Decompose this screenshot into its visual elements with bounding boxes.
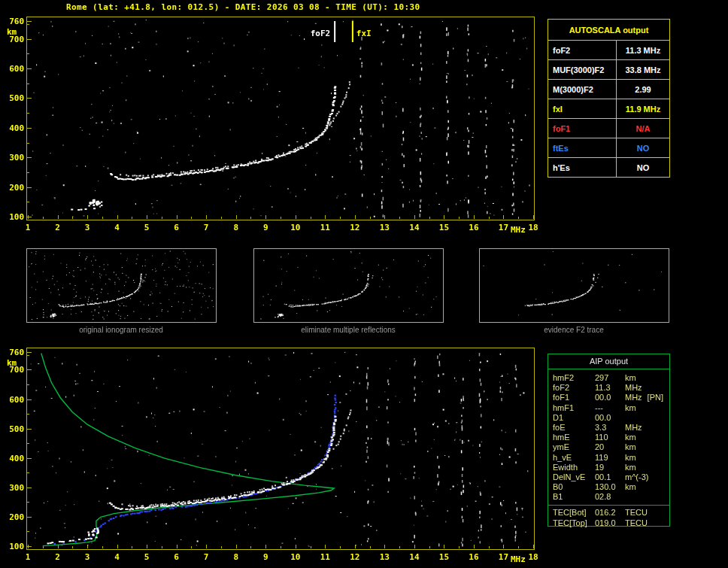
aip-row: B0130.0km <box>548 482 669 492</box>
aip-param-unit: km <box>625 463 636 472</box>
aip-param-label: hmF1 <box>553 403 595 413</box>
aip-param-unit: TECU <box>625 518 648 528</box>
autoscala-param-value: 11.9 MHz <box>617 99 670 119</box>
aip-row: DelN_vE00.1m^(-3) <box>548 472 669 482</box>
aip-row: foF100.0MHz[PN] <box>548 393 669 402</box>
aip-row: TEC[Bot]016.2TECU <box>548 508 669 518</box>
autoscala-param-label: M(3000)F2 <box>548 80 617 99</box>
aip-param-unit: km <box>625 453 636 463</box>
aip-param-label: TEC[Bot] <box>553 508 595 518</box>
aip-param-label: Ewidth <box>553 463 595 472</box>
aip-param-value: 3.3 <box>595 423 625 433</box>
aip-table-title: AIP output <box>548 354 669 369</box>
aip-param-label: foE <box>553 423 595 433</box>
autoscala-param-label: fxI <box>548 99 617 119</box>
aip-param-value: 119 <box>595 453 625 463</box>
autoscala-param-value: NO <box>617 138 670 158</box>
aip-param-note: [PN] <box>648 393 669 402</box>
aip-param-value: --- <box>595 403 625 413</box>
autoscala-row: h'EsNO <box>548 158 670 178</box>
aip-param-unit: km <box>625 373 636 383</box>
aip-param-label: foF2 <box>553 383 595 393</box>
autoscala-param-value: 11.3 MHz <box>617 41 670 60</box>
aip-param-unit: MHz <box>625 393 642 402</box>
aip-param-value: 19 <box>595 463 625 472</box>
autoscala-param-label: h'Es <box>548 158 617 178</box>
aip-param-unit: MHz <box>625 423 642 433</box>
aip-param-value: 02.8 <box>595 492 625 502</box>
aip-param-unit: km <box>625 433 636 442</box>
autoscala-row: ftEsNO <box>548 138 670 158</box>
aip-tec-rows: TEC[Bot]016.2TECUTEC[Top]019.0TECU <box>548 505 669 527</box>
aip-param-label: hmE <box>553 433 595 442</box>
autoscala-row: MUF(3000)F233.8 MHz <box>548 60 670 80</box>
autoscala-param-label: foF2 <box>548 41 617 60</box>
autoscala-row: fxI11.9 MHz <box>548 99 670 119</box>
aip-param-label: D1 <box>553 413 595 423</box>
autoscala-param-label: foF1 <box>548 119 617 138</box>
aip-param-value: 00.0 <box>595 393 625 402</box>
aip-param-unit: MHz <box>625 383 642 393</box>
autoscala-param-value: N/A <box>617 119 670 138</box>
aip-param-value: 00.0 <box>595 413 625 423</box>
aip-param-label: B0 <box>553 482 595 492</box>
aip-param-label: DelN_vE <box>553 472 595 482</box>
aip-row: D100.0 <box>548 413 669 423</box>
panel-caption-eliminate-reflections: eliminate multiple reflections <box>253 326 443 334</box>
station-date-time-title: Rome (lat: +41.8, lon: 012.5) - DATE: 20… <box>66 2 420 12</box>
aip-param-unit: km <box>625 482 636 492</box>
autoscala-table-body: foF211.3 MHzMUF(3000)F233.8 MHzM(3000)F2… <box>548 41 670 178</box>
aip-param-value: 019.0 <box>595 518 625 528</box>
autoscala-param-value: 33.8 MHz <box>617 60 670 80</box>
aip-row: foE3.3MHz <box>548 423 669 433</box>
aip-param-unit: km <box>625 403 636 413</box>
aip-param-label: TEC[Top] <box>553 518 595 528</box>
autoscala-param-value: 2.99 <box>617 80 670 99</box>
aip-param-unit: km <box>625 442 636 452</box>
aip-output-table: AIP output hmF2297kmfoF211.3MHzfoF100.0M… <box>548 354 670 527</box>
aip-param-value: 11.3 <box>595 383 625 393</box>
autoscala-row: foF1N/A <box>548 119 670 138</box>
autoscala-table-title: AUTOSCALA output <box>548 20 670 41</box>
autoscala-output-table: AUTOSCALA output foF211.3 MHzMUF(3000)F2… <box>548 19 670 178</box>
aip-param-label: h_vE <box>553 453 595 463</box>
aip-param-label: foF1 <box>553 393 595 402</box>
aip-param-value: 130.0 <box>595 482 625 492</box>
panel-caption-evidence-f2: evidence F2 trace <box>479 326 669 334</box>
aip-param-value: 110 <box>595 433 625 442</box>
aip-param-label: B1 <box>553 492 595 502</box>
autoscala-param-label: MUF(3000)F2 <box>548 60 617 80</box>
aip-row: foF211.3MHz <box>548 383 669 393</box>
aip-param-label: hmF2 <box>553 373 595 383</box>
aip-row: hmE110km <box>548 433 669 442</box>
aip-row: Ewidth19km <box>548 463 669 472</box>
autoscala-param-label: ftEs <box>548 138 617 158</box>
aip-row: h_vE119km <box>548 453 669 463</box>
autoscala-param-value: NO <box>617 158 670 178</box>
aip-row: hmF1---km <box>548 403 669 413</box>
aip-param-unit: TECU <box>625 508 648 518</box>
aip-row: TEC[Top]019.0TECU <box>548 518 669 528</box>
aip-param-unit: m^(-3) <box>625 472 648 482</box>
aip-param-label: ymE <box>553 442 595 452</box>
aip-row: ymE20km <box>548 442 669 452</box>
aip-table-rows: hmF2297kmfoF211.3MHzfoF100.0MHz[PN]hmF1-… <box>548 373 669 502</box>
aip-row: B102.8 <box>548 492 669 502</box>
autoscala-row: foF211.3 MHz <box>548 41 670 60</box>
aip-row: hmF2297km <box>548 373 669 383</box>
aip-param-value: 297 <box>595 373 625 383</box>
aip-param-value: 016.2 <box>595 508 625 518</box>
aip-param-value: 00.1 <box>595 472 625 482</box>
aip-param-value: 20 <box>595 442 625 452</box>
panel-caption-original-ionogram: original ionogram resized <box>26 326 216 334</box>
autoscala-row: M(3000)F22.99 <box>548 80 670 99</box>
